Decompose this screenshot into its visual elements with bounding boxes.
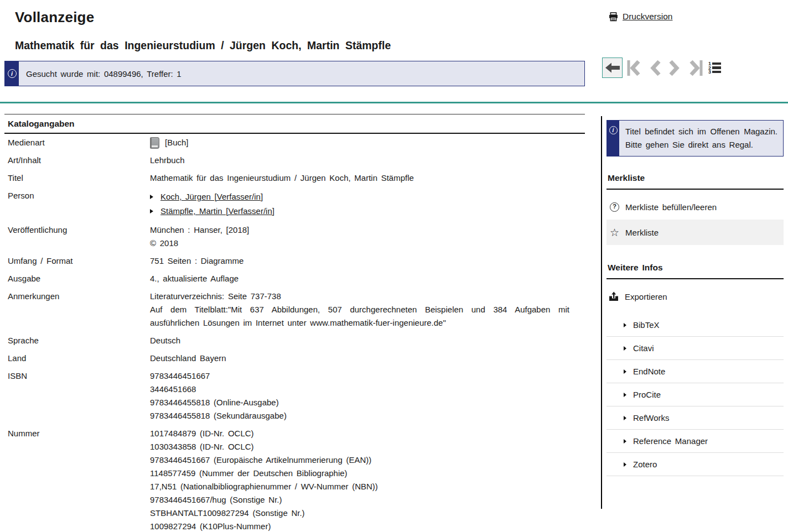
catalog-value-line: Mathematik für das Ingenieurstudium / Jü… <box>150 171 569 185</box>
export-item-label: Reference Manager <box>633 436 708 446</box>
triangle-right-icon <box>624 346 626 351</box>
info-badge: i <box>5 61 19 86</box>
catalog-value-line: STBHANTALT1009827294 (Sonstige Nr.) <box>150 507 569 520</box>
merkliste-item[interactable]: ☆ Merkliste <box>606 220 784 245</box>
catalog-field-value: [Buch] <box>150 136 585 149</box>
export-item-label: BibTeX <box>633 320 660 330</box>
catalog-row: Nummer1017484879 (ID-Nr. OCLC)1030343858… <box>4 425 585 532</box>
catalog-row: ISBN978344645166734464516689783446455818… <box>4 367 585 425</box>
page-title: Vollanzeige <box>15 9 94 26</box>
export-label: Exportieren <box>625 292 667 301</box>
catalog-row: Umfang / Format751 Seiten : Diagramme <box>4 252 585 270</box>
info-icon: i <box>8 69 17 78</box>
previous-result-button[interactable] <box>645 58 665 78</box>
catalog-value-line: 9783446451667 <box>150 369 569 383</box>
catalog-value-line: 3446451668 <box>150 383 569 396</box>
export-item-procite[interactable]: ProCite <box>606 383 784 406</box>
last-result-button[interactable] <box>685 58 707 78</box>
vollanzeige-page: Vollanzeige Druckversion Mathematik für … <box>0 0 788 532</box>
catalog-value-line: 9783446451667 (Europäische Artikelnummer… <box>150 453 569 467</box>
catalog-value-line: 1030343858 (ID-Nr. OCLC) <box>150 440 569 453</box>
first-result-button[interactable] <box>623 58 645 78</box>
export-item-label: RefWorks <box>633 413 670 423</box>
catalog-value-line: 1017484879 (ID-Nr. OCLC) <box>150 427 569 440</box>
divider-rule <box>0 102 788 103</box>
catalog-field-value: 751 Seiten : Diagramme <box>150 254 585 268</box>
catalog-field-value: München : Hanser, [2018]© 2018 <box>150 223 585 250</box>
book-icon <box>150 137 159 149</box>
catalog-row: SpracheDeutsch <box>4 332 585 350</box>
back-button[interactable] <box>602 58 623 78</box>
export-item-zotero[interactable]: Zotero <box>606 453 784 476</box>
record-title: Mathematik für das Ingenieurstudium / Jü… <box>15 39 391 52</box>
person-link[interactable]: Stämpfle, Martin [Verfasser/in] <box>160 205 274 218</box>
catalog-row: Medienart[Buch] <box>4 134 585 152</box>
catalog-field-label: Titel <box>4 171 150 185</box>
export-item-citavi[interactable]: Citavi <box>606 337 784 360</box>
catalog-field-value: Lehrbuch <box>150 154 585 167</box>
export-item-label: ProCite <box>633 390 661 399</box>
catalog-row: Art/InhaltLehrbuch <box>4 152 585 169</box>
merkliste-heading: Merkliste <box>606 173 784 190</box>
catalog-row: AnmerkungenLiteraturverzeichnis: Seite 7… <box>4 288 585 332</box>
weitere-infos-heading: Weitere Infos <box>606 263 784 279</box>
chevron-right-icon <box>668 60 682 76</box>
result-nav-toolbar: 1 2 3 <box>602 58 721 78</box>
chevron-first-icon <box>626 60 642 76</box>
merkliste-fill-empty-item[interactable]: ? Merkliste befüllen/leeren <box>606 194 784 220</box>
catalog-value-line: 4., aktualisierte Auflage <box>150 272 569 285</box>
catalog-value-line: Deutsch <box>150 334 569 347</box>
catalog-rows: Medienart[Buch]Art/InhaltLehrbuchTitelMa… <box>4 134 585 532</box>
catalog-value-line: © 2018 <box>150 237 569 250</box>
catalog-field-label: Person <box>4 189 150 219</box>
next-result-button[interactable] <box>665 58 685 78</box>
catalog-field-value: 978344645166734464516689783446455818 (On… <box>150 369 585 423</box>
notice-badge: i <box>607 121 619 156</box>
triangle-right-icon <box>624 416 626 420</box>
export-item-label: Zotero <box>633 460 657 469</box>
location-notice-text: Titel befindet sich im Offenen Magazin. … <box>619 121 783 156</box>
merkliste-label: Merkliste <box>625 228 659 237</box>
triangle-right-icon <box>150 209 153 213</box>
catalog-field-label: Art/Inhalt <box>4 154 150 167</box>
sidebar-divider <box>601 116 602 509</box>
export-toggle[interactable]: Exportieren <box>606 291 784 301</box>
print-version-link[interactable]: Druckversion <box>609 12 672 22</box>
chevron-left-icon <box>648 60 662 76</box>
export-list: BibTeXCitaviEndNoteProCiteRefWorksRefere… <box>606 314 784 476</box>
catalog-row: TitelMathematik für das Ingenieurstudium… <box>4 169 585 187</box>
catalog-value-line: Auf dem Titelblatt:"Mit 637 Abbildungen,… <box>150 303 569 330</box>
print-version-label[interactable]: Druckversion <box>623 12 672 22</box>
export-item-bibtex[interactable]: BibTeX <box>606 314 784 337</box>
catalog-field-value: 4., aktualisierte Auflage <box>150 272 585 285</box>
person-link-line: Koch, Jürgen [Verfasser/in] <box>150 190 569 204</box>
person-link-line: Stämpfle, Martin [Verfasser/in] <box>150 205 569 218</box>
search-info-text: Gesucht wurde mit: 04899496, Treffer: 1 <box>19 69 182 79</box>
export-item-label: EndNote <box>633 367 665 376</box>
arrow-left-icon <box>605 62 620 74</box>
export-icon <box>609 291 619 301</box>
catalog-value-line: 9783446451667/hug (Sonstige Nr.) <box>150 493 569 507</box>
catalog-field-value: 1017484879 (ID-Nr. OCLC)1030343858 (ID-N… <box>150 427 585 532</box>
question-circle-icon: ? <box>610 202 619 212</box>
catalog-field-label: Medienart <box>4 136 150 149</box>
export-item-endnote[interactable]: EndNote <box>606 360 784 383</box>
export-item-reference-manager[interactable]: Reference Manager <box>606 430 784 453</box>
catalog-value-line: Literaturverzeichnis: Seite 737-738 <box>150 290 569 303</box>
catalog-value-line: Lehrbuch <box>150 154 569 167</box>
catalog-row: VeröffentlichungMünchen : Hanser, [2018]… <box>4 221 585 252</box>
catalog-value-line: Deutschland Bayern <box>150 352 569 365</box>
catalog-field-label: Umfang / Format <box>4 254 150 268</box>
triangle-right-icon <box>624 369 626 374</box>
triangle-right-icon <box>150 195 153 199</box>
triangle-right-icon <box>624 462 626 467</box>
catalog-value-line: 9783446455818 (Sekundärausgabe) <box>150 409 569 423</box>
export-item-refworks[interactable]: RefWorks <box>606 406 784 430</box>
catalog-value-line: 1148577459 (Nummer der Deutschen Bibliog… <box>150 467 569 480</box>
catalog-row: LandDeutschland Bayern <box>4 350 585 367</box>
catalog-field-label: Ausgabe <box>4 272 150 285</box>
catalog-field-label: Sprache <box>4 334 150 347</box>
sidebar: i Titel befindet sich im Offenen Magazin… <box>606 120 784 476</box>
person-link[interactable]: Koch, Jürgen [Verfasser/in] <box>160 190 263 204</box>
result-list-button[interactable]: 1 2 3 <box>708 62 721 74</box>
